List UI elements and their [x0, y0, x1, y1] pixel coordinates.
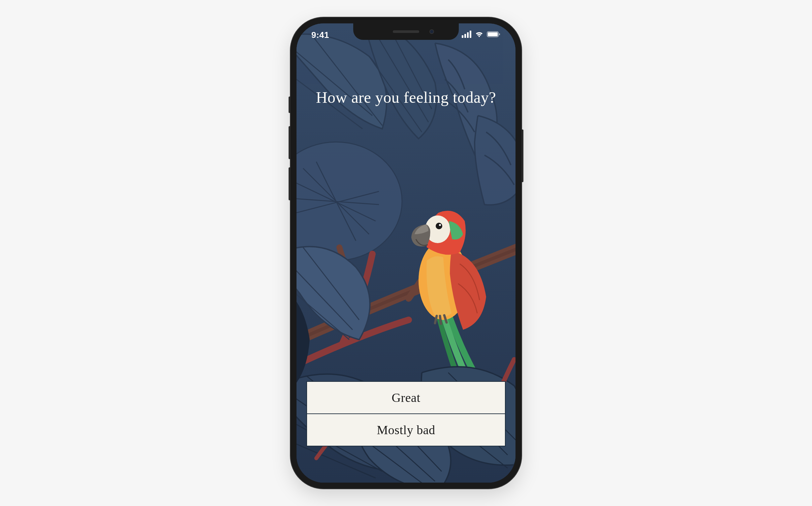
phone-notch [353, 23, 459, 40]
phone-screen: 9:41 [296, 23, 516, 483]
wifi-icon [474, 31, 484, 39]
svg-point-11 [436, 223, 442, 229]
phone-device-frame: 9:41 [290, 17, 522, 489]
question-prompt: How are you feeling today? [296, 88, 516, 107]
option-great-button[interactable]: Great [307, 381, 505, 413]
svg-rect-2 [467, 32, 469, 38]
svg-point-12 [439, 224, 441, 226]
svg-rect-3 [470, 31, 471, 38]
svg-rect-5 [488, 32, 498, 36]
answer-options: Great Mostly bad [307, 381, 505, 446]
status-time: 9:41 [311, 30, 329, 40]
svg-rect-6 [499, 33, 500, 35]
battery-icon [487, 31, 501, 39]
option-mostly-bad-button[interactable]: Mostly bad [307, 413, 505, 446]
svg-rect-1 [464, 34, 466, 38]
svg-rect-0 [462, 35, 463, 38]
status-icons [462, 31, 501, 39]
cellular-signal-icon [462, 31, 472, 39]
